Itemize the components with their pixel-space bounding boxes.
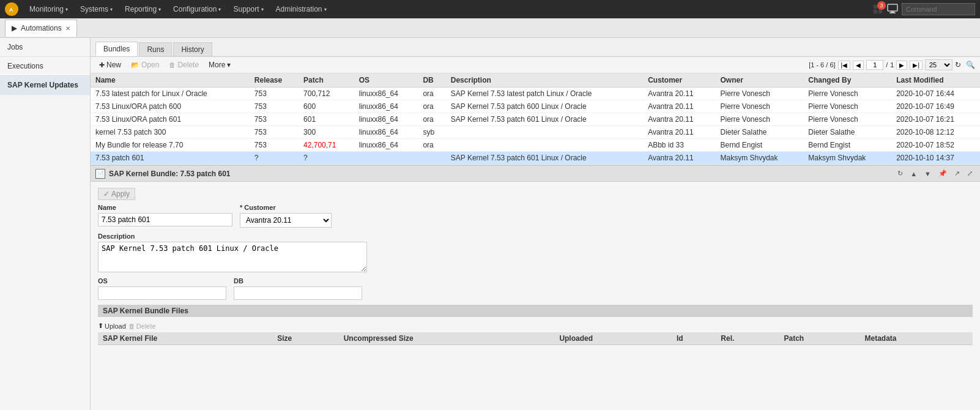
db-input[interactable]: [234, 286, 362, 300]
sub-tabs: Bundles Runs History: [91, 38, 980, 57]
notification-button[interactable]: 3: [872, 4, 883, 15]
top-right-icons: 3: [872, 3, 975, 16]
notification-count: 3: [877, 1, 886, 10]
table-row[interactable]: kernel 7.53 patch 300 753 300 linuxx86_6…: [91, 126, 980, 139]
cell-owner: Pierre Vonesch: [715, 100, 803, 113]
automations-icon: ▶: [12, 24, 17, 32]
cell-description: SAP Kernel 7.53 patch 600 Linux / Oracle: [446, 100, 643, 113]
cell-changed-by: Pierre Vonesch: [803, 113, 891, 126]
files-col-uploaded: Uploaded: [554, 332, 672, 345]
name-input[interactable]: [98, 213, 232, 226]
sub-tab-history[interactable]: History: [173, 42, 212, 56]
cell-description: SAP Kernel 7.53 patch 601 Linux / Oracle: [446, 152, 643, 165]
nav-systems[interactable]: Systems ▾: [75, 0, 117, 18]
detail-pin-button[interactable]: 📌: [936, 168, 949, 179]
content-area: Bundles Runs History ✚ New 📂 Open 🗑 Dele…: [91, 38, 980, 410]
last-page-button[interactable]: ▶|: [910, 61, 922, 70]
nav-monitoring[interactable]: Monitoring ▾: [24, 0, 73, 18]
os-input[interactable]: [98, 286, 226, 300]
cell-owner: Bernd Engist: [715, 139, 803, 152]
cell-db: [418, 152, 445, 165]
nav-monitoring-arrow: ▾: [65, 7, 68, 12]
cell-customer: Avantra 20.11: [643, 100, 715, 113]
cell-customer: ABbb id 33: [643, 139, 715, 152]
description-textarea[interactable]: [98, 242, 367, 272]
refresh-button[interactable]: ↻: [955, 61, 961, 69]
sidebar-item-jobs[interactable]: Jobs: [0, 38, 90, 57]
sidebar-item-sap-kernel-updates[interactable]: SAP Kernel Updates: [0, 76, 90, 95]
customer-select[interactable]: Avantra 20.11 ABbb id 33: [240, 213, 332, 228]
page-number-input[interactable]: [866, 60, 883, 70]
table-row[interactable]: My Bundle for release 7.70 753 42,700,71…: [91, 139, 980, 152]
svg-rect-4: [874, 10, 877, 13]
prev-page-button[interactable]: ◀: [853, 61, 864, 70]
cell-os: linuxx86_64: [354, 139, 418, 152]
detail-toolbar: ↻ ▲ ▼ 📌 ↗ ⤢: [895, 168, 975, 179]
command-input[interactable]: [902, 3, 975, 15]
cell-changed-by: Pierre Vonesch: [803, 100, 891, 113]
cell-os: linuxx86_64: [354, 88, 418, 100]
tab-bar: ▶ Automations ✕: [0, 18, 980, 38]
monitor-icon[interactable]: [887, 3, 898, 16]
total-pages: 1: [890, 61, 894, 69]
cell-last-modified: 2020-10-07 16:21: [891, 113, 980, 126]
first-page-button[interactable]: |◀: [838, 61, 851, 70]
files-delete-button[interactable]: 🗑 Delete: [128, 322, 156, 330]
detail-detach-button[interactable]: ↗: [952, 168, 962, 179]
files-table: SAP Kernel File Size Uncompressed Size U…: [98, 332, 973, 345]
detail-up-button[interactable]: ▲: [908, 169, 919, 179]
nav-support[interactable]: Support ▾: [228, 0, 268, 18]
sidebar-item-executions[interactable]: Executions: [0, 57, 90, 76]
detail-expand-button[interactable]: ⤢: [965, 168, 975, 179]
tab-close-button[interactable]: ✕: [65, 25, 70, 32]
next-page-button[interactable]: ▶: [896, 61, 907, 70]
top-navigation: A Monitoring ▾ Systems ▾ Reporting ▾ Con…: [0, 0, 980, 18]
detail-refresh-button[interactable]: ↻: [895, 168, 905, 179]
per-page-select[interactable]: 25 50 100: [925, 59, 952, 70]
apply-icon: ✓: [103, 190, 110, 198]
cell-patch: 700,712: [299, 88, 354, 100]
sub-tab-bundles[interactable]: Bundles: [95, 42, 138, 56]
cell-os: linuxx86_64: [354, 113, 418, 126]
detail-header: 📄 SAP Kernel Bundle: 7.53 patch 601 ↻ ▲ …: [91, 166, 980, 182]
files-section-title: SAP Kernel Bundle Files: [103, 307, 188, 315]
table-row[interactable]: 7.53 Linux/ORA patch 600 753 600 linuxx8…: [91, 100, 980, 113]
pagination: [1 - 6 / 6] |◀ ◀ / 1 ▶ ▶| 25 50 100 ↻ 🔍: [809, 59, 975, 70]
cell-db: ora: [418, 100, 445, 113]
table-row[interactable]: 7.53 patch 601 ? ? SAP Kernel 7.53 patch…: [91, 152, 980, 165]
nav-support-arrow: ▾: [261, 7, 264, 12]
table-row[interactable]: 7.53 Linux/ORA patch 601 753 601 linuxx8…: [91, 113, 980, 126]
files-col-uncompressed: Uncompressed Size: [339, 332, 555, 345]
cell-release: 753: [250, 100, 299, 113]
nav-systems-arrow: ▾: [110, 7, 113, 12]
cell-db: ora: [418, 88, 445, 100]
new-button[interactable]: ✚ New: [95, 59, 125, 70]
open-button[interactable]: 📂 Open: [127, 59, 163, 70]
more-button[interactable]: More ▾: [205, 59, 234, 70]
upload-button[interactable]: ⬆ Upload: [98, 322, 126, 330]
delete-icon: 🗑: [169, 61, 176, 69]
open-icon: 📂: [131, 61, 139, 69]
files-col-metadata: Metadata: [859, 332, 973, 345]
col-os: OS: [354, 73, 418, 88]
tab-automations[interactable]: ▶ Automations ✕: [5, 20, 77, 37]
files-delete-icon: 🗑: [128, 322, 135, 330]
apply-button[interactable]: ✓ Apply: [98, 188, 135, 200]
search-button[interactable]: 🔍: [966, 61, 975, 69]
cell-last-modified: 2020-10-08 12:12: [891, 126, 980, 139]
col-last-modified: Last Modified: [891, 73, 980, 88]
table-row[interactable]: 7.53 latest patch for Linux / Oracle 753…: [91, 88, 980, 100]
cell-owner: Maksym Shvydak: [715, 152, 803, 165]
col-release: Release: [250, 73, 299, 88]
detail-down-button[interactable]: ▼: [922, 169, 934, 179]
customer-label: * Customer: [240, 204, 332, 211]
sub-tab-runs[interactable]: Runs: [139, 42, 172, 56]
nav-configuration[interactable]: Configuration ▾: [168, 0, 226, 18]
cell-changed-by: Dieter Salathe: [803, 126, 891, 139]
nav-reporting[interactable]: Reporting ▾: [120, 0, 166, 18]
pagination-range: [1 - 6 / 6]: [809, 61, 835, 69]
cell-name: 7.53 patch 601: [91, 152, 250, 165]
cell-customer: Avantra 20.11: [643, 113, 715, 126]
nav-administration[interactable]: Administration ▾: [271, 0, 332, 18]
delete-button[interactable]: 🗑 Delete: [165, 59, 202, 70]
